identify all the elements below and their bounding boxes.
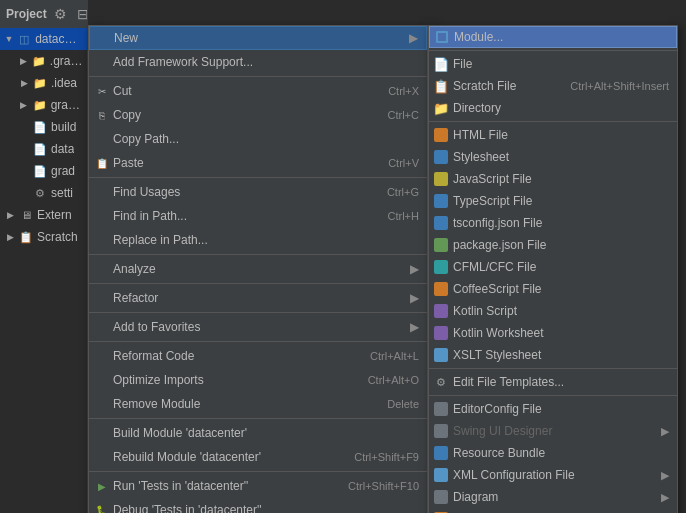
shortcut: Delete [387,398,419,410]
js-icon [433,171,449,187]
submenu-separator [429,121,677,122]
menu-item-analyze[interactable]: Analyze ▶ [89,257,427,281]
tree-item-datacenter[interactable]: ▼ ◫ datacenter [0,28,87,50]
submenu-label: EditorConfig File [453,402,669,416]
file-icon: 📄 [32,119,48,135]
submenu-item-kotlin-worksheet[interactable]: Kotlin Worksheet [429,322,677,344]
tree-item-build[interactable]: 📄 build [0,116,87,138]
submenu-item-swing[interactable]: Swing UI Designer ▶ [429,420,677,442]
tree-item-data[interactable]: 📄 data [0,138,87,160]
submenu-item-cfml[interactable]: CFML/CFC File [429,256,677,278]
menu-item-find-usages[interactable]: Find Usages Ctrl+G [89,180,427,204]
submenu-item-directory[interactable]: 📁 Directory [429,97,677,119]
submenu-label: File [453,57,669,71]
submenu-item-ts[interactable]: TypeScript File [429,190,677,212]
submenu-item-editorconfig[interactable]: EditorConfig File [429,398,677,420]
menu-item-add-framework[interactable]: Add Framework Support... [89,50,427,74]
shortcut: Ctrl+Shift+F10 [348,480,419,492]
submenu-new: Module... 📄 File 📋 Scratch File Ctrl+Alt… [428,25,678,513]
menu-item-favorites[interactable]: Add to Favorites ▶ [89,315,427,339]
shortcut: Ctrl+H [388,210,419,222]
kotlin-worksheet-icon [433,325,449,341]
shortcut: Ctrl+V [388,157,419,169]
scratch-icon: 📋 [433,78,449,94]
submenu-item-js[interactable]: JavaScript File [429,168,677,190]
menu-item-new[interactable]: New ▶ [89,26,427,50]
submenu-item-css[interactable]: Stylesheet [429,146,677,168]
menu-item-replace[interactable]: Replace in Path... [89,228,427,252]
menu-label: Find Usages [113,185,367,199]
submenu-item-edit-templates[interactable]: ⚙ Edit File Templates... [429,371,677,393]
menu-item-cut[interactable]: ✂ Cut Ctrl+X [89,79,427,103]
submenu-arrow-icon: ▶ [661,469,669,482]
menu-item-reformat[interactable]: Reformat Code Ctrl+Alt+L [89,344,427,368]
sidebar-gear-icon[interactable]: ⚙ [51,5,70,23]
menu-item-copy-path[interactable]: Copy Path... [89,127,427,151]
submenu-item-http[interactable]: HTTP Request [429,508,677,513]
menu-item-run[interactable]: ▶ Run 'Tests in 'datacenter'' Ctrl+Shift… [89,474,427,498]
submenu-label: package.json File [453,238,669,252]
menu-item-copy[interactable]: ⎘ Copy Ctrl+C [89,103,427,127]
submenu-arrow-icon: ▶ [661,425,669,438]
tree-item-idea[interactable]: ▶ 📁 .idea [0,72,87,94]
tree-label: Scratch [37,230,78,244]
submenu-item-kotlin-script[interactable]: Kotlin Script [429,300,677,322]
submenu-label: XSLT Stylesheet [453,348,669,362]
menu-item-optimize[interactable]: Optimize Imports Ctrl+Alt+O [89,368,427,392]
submenu-item-module[interactable]: Module... [429,26,677,48]
coffee-icon [433,281,449,297]
submenu-item-xslt[interactable]: XSLT Stylesheet [429,344,677,366]
tree-arrow [18,165,30,177]
menu-item-rebuild[interactable]: Rebuild Module 'datacenter' Ctrl+Shift+F… [89,445,427,469]
submenu-label: CoffeeScript File [453,282,669,296]
tree-item-gradle2[interactable]: ▶ 📁 gradle [0,94,87,116]
menu-item-find-in-path[interactable]: Find in Path... Ctrl+H [89,204,427,228]
menu-item-refactor[interactable]: Refactor ▶ [89,286,427,310]
file-icon: 📄 [433,56,449,72]
tree-arrow: ▼ [4,33,14,45]
tree-item-grad[interactable]: 📄 grad [0,160,87,182]
submenu-item-coffee[interactable]: CoffeeScript File [429,278,677,300]
folder-icon: 📁 [31,53,47,69]
cut-icon: ✂ [94,83,110,99]
shortcut: Ctrl+C [388,109,419,121]
tree-arrow [18,121,30,133]
sidebar-layout-icon[interactable]: ⊟ [74,5,88,23]
menu-label: New [114,31,405,45]
menu-item-build[interactable]: Build Module 'datacenter' [89,421,427,445]
tree-item-gradle[interactable]: ▶ 📁 .gradle [0,50,87,72]
submenu-arrow-icon: ▶ [410,320,419,334]
submenu-item-tsconfig[interactable]: tsconfig.json File [429,212,677,234]
submenu-item-file[interactable]: 📄 File [429,53,677,75]
menu-item-paste[interactable]: 📋 Paste Ctrl+V [89,151,427,175]
shortcut: Ctrl+Alt+Shift+Insert [570,80,669,92]
tree-item-settings[interactable]: ⚙ setti [0,182,87,204]
tree-item-scratches[interactable]: ▶ 📋 Scratch [0,226,87,248]
submenu-item-pkg[interactable]: package.json File [429,234,677,256]
menu-label: Find in Path... [113,209,368,223]
shortcut: Ctrl+G [387,186,419,198]
menu-label: Reformat Code [113,349,350,363]
submenu-item-html[interactable]: HTML File [429,124,677,146]
menu-label: Rebuild Module 'datacenter' [113,450,334,464]
submenu-label: Kotlin Worksheet [453,326,669,340]
tree-item-external[interactable]: ▶ 🖥 Extern [0,204,87,226]
submenu-item-resource[interactable]: Resource Bundle [429,442,677,464]
tree-label: .gradle [50,54,83,68]
submenu-separator [429,50,677,51]
submenu-item-scratch[interactable]: 📋 Scratch File Ctrl+Alt+Shift+Insert [429,75,677,97]
submenu-separator [429,368,677,369]
menu-item-remove-module[interactable]: Remove Module Delete [89,392,427,416]
tree-label: setti [51,186,73,200]
submenu-item-xml[interactable]: XML Configuration File ▶ [429,464,677,486]
context-menu: New ▶ Add Framework Support... ✂ Cut Ctr… [88,25,428,513]
submenu-separator [429,395,677,396]
menu-item-debug[interactable]: 🐛 Debug 'Tests in 'datacenter'' [89,498,427,513]
submenu-label: HTML File [453,128,669,142]
tree-label: data [51,142,74,156]
xslt-icon [433,347,449,363]
submenu-item-diagram[interactable]: Diagram ▶ [429,486,677,508]
menu-label: Remove Module [113,397,367,411]
tree-label: grad [51,164,75,178]
tree-arrow [18,143,30,155]
